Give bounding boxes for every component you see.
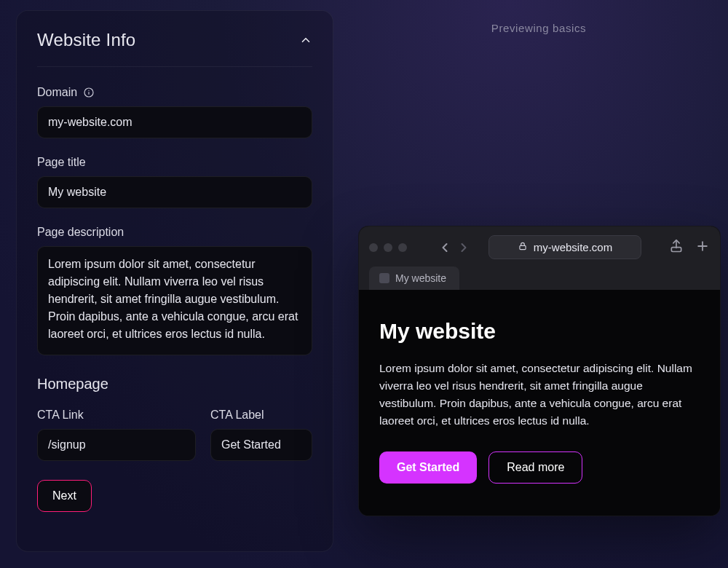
nav-back-icon[interactable] <box>438 240 452 255</box>
cta-primary-button[interactable]: Get Started <box>379 451 477 484</box>
info-icon[interactable] <box>83 87 95 98</box>
cta-secondary-button[interactable]: Read more <box>488 451 582 484</box>
preview-heading: My website <box>379 319 700 344</box>
page-title-field: Page title <box>37 156 312 208</box>
preview-page: My website Lorem ipsum dolor sit amet, c… <box>359 290 720 516</box>
preview-label: Previewing basics <box>357 22 721 34</box>
lock-icon <box>518 241 528 253</box>
cta-link-input[interactable] <box>37 429 196 461</box>
website-info-card: Website Info Domain Page title <box>16 10 333 552</box>
tab-favicon-icon <box>379 273 389 283</box>
browser-tab[interactable]: My website <box>369 267 459 290</box>
share-icon[interactable] <box>669 239 684 256</box>
cta-label-field: CTA Label <box>210 409 312 461</box>
next-button[interactable]: Next <box>37 480 92 512</box>
plus-icon[interactable] <box>695 239 710 256</box>
domain-label: Domain <box>37 86 77 99</box>
traffic-light <box>384 243 392 252</box>
address-bar-url: my-website.com <box>534 241 612 253</box>
page-description-label: Page description <box>37 226 124 239</box>
address-bar[interactable]: my-website.com <box>488 235 641 259</box>
homepage-section-title: Homepage <box>37 376 312 393</box>
page-description-field: Page description Lorem ipsum dolor sit a… <box>37 226 312 358</box>
domain-input[interactable] <box>37 106 312 138</box>
browser-preview: my-website.com My website <box>358 226 721 516</box>
nav-forward-icon[interactable] <box>456 240 471 255</box>
svg-point-2 <box>88 90 89 91</box>
domain-field: Domain <box>37 86 312 138</box>
page-description-input[interactable]: Lorem ipsum dolor sit amet, consectetur … <box>37 246 312 355</box>
cta-label-label: CTA Label <box>210 409 264 422</box>
cta-label-input[interactable] <box>210 429 312 461</box>
traffic-lights <box>369 243 407 252</box>
chevron-up-icon[interactable] <box>299 33 312 47</box>
traffic-light <box>398 243 407 252</box>
page-title-label: Page title <box>37 156 86 169</box>
cta-link-label: CTA Link <box>37 409 84 422</box>
page-title-input[interactable] <box>37 176 312 208</box>
cta-link-field: CTA Link <box>37 409 196 461</box>
traffic-light <box>369 243 378 252</box>
browser-chrome: my-website.com My website <box>359 226 720 290</box>
preview-body: Lorem ipsum dolor sit amet, consectetur … <box>379 360 700 430</box>
svg-rect-3 <box>520 245 526 249</box>
browser-tab-title: My website <box>395 272 446 284</box>
panel-title: Website Info <box>37 30 135 50</box>
